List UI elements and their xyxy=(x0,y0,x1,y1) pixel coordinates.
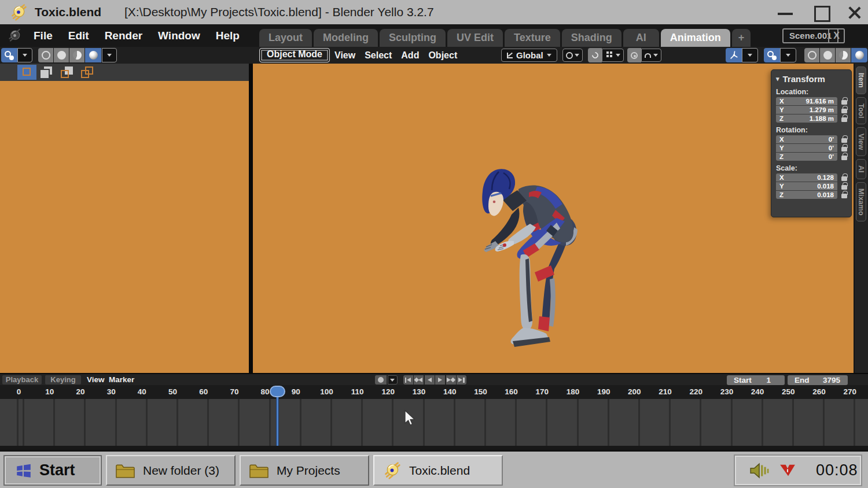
viewport-menu-view[interactable]: View xyxy=(334,50,355,61)
blender-menu-icon[interactable] xyxy=(7,28,23,43)
taskbar-item-new-folder-3[interactable]: New folder (3) xyxy=(106,455,236,486)
lock-icon[interactable] xyxy=(841,194,847,198)
falloff-dropdown[interactable] xyxy=(641,49,661,62)
antivirus-icon[interactable] xyxy=(779,463,796,478)
workspace-tab-texture[interactable]: Texture xyxy=(505,29,560,47)
proportional-edit-button[interactable] xyxy=(627,48,641,62)
keying-menu-button[interactable]: Keying xyxy=(45,375,81,385)
select-mode-button-3[interactable] xyxy=(58,65,77,80)
interaction-mode-button[interactable]: Object Mode xyxy=(259,48,330,62)
volume-icon[interactable] xyxy=(749,462,770,479)
viewport-menu-add[interactable]: Add xyxy=(401,50,419,61)
viewport-material-button[interactable] xyxy=(836,48,851,62)
timeline-track-area[interactable] xyxy=(0,399,868,446)
menu-file[interactable]: File xyxy=(34,29,53,42)
select-mode-button-1[interactable] xyxy=(17,65,36,80)
timeline-ruler[interactable]: 0102030405060708090100110120130140150160… xyxy=(3,385,868,399)
show-overlays-button[interactable] xyxy=(764,48,780,62)
taskbar-item-my-projects[interactable]: My Projects xyxy=(240,455,369,486)
show-gizmo-button[interactable] xyxy=(726,48,742,62)
select-mode-button-2[interactable] xyxy=(38,65,57,80)
secondary-viewport[interactable] xyxy=(0,64,249,373)
auto-keying-button[interactable] xyxy=(375,375,387,385)
frame-end-field[interactable]: End 3795 xyxy=(788,375,848,385)
play-button[interactable] xyxy=(435,375,445,385)
shading-material-button[interactable] xyxy=(69,48,84,62)
playback-menu-button[interactable]: Playback xyxy=(2,375,42,385)
viewport-menu-object[interactable]: Object xyxy=(428,50,457,61)
viewport-3d[interactable]: ▾ Transform Location:X91.616 mY1.279 mZ1… xyxy=(253,64,854,373)
lock-icon[interactable] xyxy=(841,138,847,143)
transform-orientation-dropdown[interactable]: Global xyxy=(501,49,557,62)
scale-x-field[interactable]: X0.128 xyxy=(776,173,837,182)
window-close-button[interactable] xyxy=(843,0,866,24)
timeline-view-menu[interactable]: View xyxy=(87,374,105,386)
workspace-tab-uv-edit[interactable]: UV Edit xyxy=(447,29,503,47)
workspace-tab-shading[interactable]: Shading xyxy=(562,29,621,47)
start-button[interactable]: Start xyxy=(3,455,102,486)
menu-render[interactable]: Render xyxy=(105,29,142,42)
lock-icon[interactable] xyxy=(841,176,847,181)
viewport-menu-select[interactable]: Select xyxy=(365,50,392,61)
snap-settings-dropdown[interactable] xyxy=(602,49,624,62)
sidebar-tab-item[interactable]: Item xyxy=(856,66,866,94)
scene-close-button[interactable]: X xyxy=(828,28,845,43)
transform-panel-header[interactable]: ▾ Transform xyxy=(771,73,851,86)
location-y-field[interactable]: Y1.279 m xyxy=(776,106,837,114)
menu-window[interactable]: Window xyxy=(158,29,200,42)
lock-icon[interactable] xyxy=(841,185,847,190)
sidebar-tab-view[interactable]: View xyxy=(856,127,866,156)
playhead-line[interactable] xyxy=(276,397,279,446)
scale-z-field[interactable]: Z0.018 xyxy=(776,191,837,199)
shading-rendered-button[interactable] xyxy=(85,48,101,62)
window-minimize-button[interactable] xyxy=(774,0,797,24)
jump-to-end-button[interactable] xyxy=(457,375,466,385)
viewport-divider[interactable] xyxy=(249,64,253,373)
editor-type-button[interactable] xyxy=(1,48,17,62)
workspace-tab-modeling[interactable]: Modeling xyxy=(314,29,378,47)
window-maximize-button[interactable] xyxy=(809,0,832,24)
gizmo-dropdown[interactable] xyxy=(742,48,758,62)
timeline-marker-menu[interactable]: Marker xyxy=(109,374,134,386)
shading-solid-button[interactable] xyxy=(54,48,69,62)
scale-y-field[interactable]: Y0.018 xyxy=(776,182,837,190)
next-keyframe-button[interactable] xyxy=(446,375,456,385)
add-workspace-button[interactable]: + xyxy=(732,29,751,47)
location-z-field[interactable]: Z1.188 m xyxy=(776,114,837,123)
sidebar-tab-tool[interactable]: Tool xyxy=(856,97,866,124)
shading-wireframe-button[interactable] xyxy=(38,48,53,62)
rotation-y-field[interactable]: Y0' xyxy=(776,144,837,152)
sidebar-tab-mixamo[interactable]: Mixamo xyxy=(856,182,866,222)
lock-icon[interactable] xyxy=(841,117,847,122)
taskbar-item-toxic-blend[interactable]: Toxic.blend xyxy=(373,455,503,486)
shading-dropdown[interactable] xyxy=(102,48,117,62)
jump-to-start-button[interactable] xyxy=(403,375,413,385)
location-x-field[interactable]: X91.616 m xyxy=(776,97,837,105)
viewport-wireframe-button[interactable] xyxy=(804,48,819,62)
rotation-x-field[interactable]: X0' xyxy=(776,135,837,143)
prev-keyframe-button[interactable] xyxy=(414,375,424,385)
viewport-solid-button[interactable] xyxy=(820,48,835,62)
workspace-tab-layout[interactable]: Layout xyxy=(259,29,312,47)
menu-help[interactable]: Help xyxy=(216,29,240,42)
select-mode-button-4[interactable] xyxy=(78,65,97,80)
frame-start-field[interactable]: Start 1 xyxy=(727,375,785,385)
character-model[interactable] xyxy=(469,165,584,356)
workspace-tab-animation[interactable]: Animation xyxy=(661,29,730,47)
editor-type-dropdown[interactable] xyxy=(17,48,32,62)
rotation-z-field[interactable]: Z0' xyxy=(776,153,837,161)
play-reverse-button[interactable] xyxy=(425,375,435,385)
overlays-dropdown[interactable] xyxy=(780,48,796,62)
pivot-point-dropdown[interactable] xyxy=(562,49,583,62)
auto-keying-dropdown[interactable] xyxy=(388,375,398,385)
menu-edit[interactable]: Edit xyxy=(68,29,89,42)
snap-toggle-button[interactable] xyxy=(588,48,602,62)
viewport-rendered-button[interactable] xyxy=(851,48,867,62)
playhead-handle[interactable] xyxy=(270,386,285,397)
lock-icon[interactable] xyxy=(841,147,847,151)
lock-icon[interactable] xyxy=(841,109,847,113)
lock-icon[interactable] xyxy=(841,156,847,160)
workspace-tab-sculpting[interactable]: Sculpting xyxy=(380,29,446,47)
lock-icon[interactable] xyxy=(841,100,847,105)
workspace-tab-ai[interactable]: AI xyxy=(623,29,659,47)
